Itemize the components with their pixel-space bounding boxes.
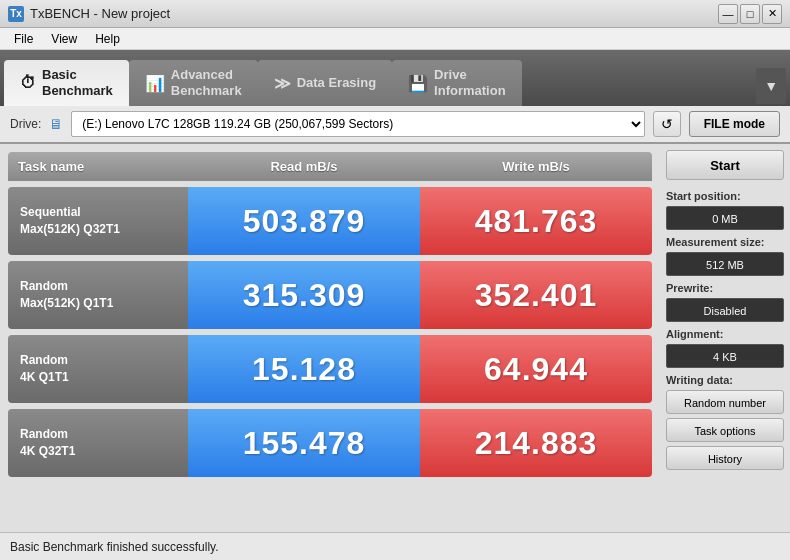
row-label-0: Sequential Max(512K) Q32T1: [8, 187, 188, 255]
file-mode-button[interactable]: FILE mode: [689, 111, 780, 137]
menu-view[interactable]: View: [43, 30, 85, 48]
refresh-icon: ↺: [661, 116, 673, 132]
prewrite-value: Disabled: [666, 298, 784, 322]
alignment-label: Alignment:: [666, 328, 784, 340]
refresh-button[interactable]: ↺: [653, 111, 681, 137]
table-row: Random Max(512K) Q1T1 315.309 352.401: [8, 261, 652, 329]
start-position-value: 0 MB: [666, 206, 784, 230]
title-bar-controls: — □ ✕: [718, 4, 782, 24]
tab-drive[interactable]: 💾 DriveInformation: [392, 60, 522, 106]
write-value-3: 214.883: [420, 409, 652, 477]
tab-advanced[interactable]: 📊 AdvancedBenchmark: [129, 60, 258, 106]
col-task: Task name: [8, 152, 188, 181]
measurement-size-label: Measurement size:: [666, 236, 784, 248]
erase-icon: ≫: [274, 74, 291, 93]
close-button[interactable]: ✕: [762, 4, 782, 24]
status-text: Basic Benchmark finished successfully.: [10, 540, 219, 554]
minimize-button[interactable]: —: [718, 4, 738, 24]
table-area: Task name Read mB/s Write mB/s Sequentia…: [0, 144, 660, 532]
prewrite-label: Prewrite:: [666, 282, 784, 294]
row-label-3: Random 4K Q32T1: [8, 409, 188, 477]
main-content: Task name Read mB/s Write mB/s Sequentia…: [0, 144, 790, 532]
read-value-3: 155.478: [188, 409, 420, 477]
menu-bar: File View Help: [0, 28, 790, 50]
drive-icon: 💾: [408, 74, 428, 93]
write-value-0: 481.763: [420, 187, 652, 255]
title-bar: Tx TxBENCH - New project — □ ✕: [0, 0, 790, 28]
title-bar-text: TxBENCH - New project: [30, 6, 712, 21]
task-options-button[interactable]: Task options: [666, 418, 784, 442]
drive-label: Drive:: [10, 117, 41, 131]
maximize-button[interactable]: □: [740, 4, 760, 24]
tab-erasing-label: Data Erasing: [297, 75, 376, 91]
alignment-value: 4 KB: [666, 344, 784, 368]
table-row: Random 4K Q32T1 155.478 214.883: [8, 409, 652, 477]
drive-type-icon: 🖥: [49, 116, 63, 132]
table-row: Random 4K Q1T1 15.128 64.944: [8, 335, 652, 403]
tab-advanced-label: AdvancedBenchmark: [171, 67, 242, 98]
row-label-1: Random Max(512K) Q1T1: [8, 261, 188, 329]
write-value-1: 352.401: [420, 261, 652, 329]
read-value-0: 503.879: [188, 187, 420, 255]
tab-drive-label: DriveInformation: [434, 67, 506, 98]
col-write: Write mB/s: [420, 152, 652, 181]
row-label-2: Random 4K Q1T1: [8, 335, 188, 403]
tab-dropdown[interactable]: ▼: [756, 68, 786, 104]
tab-basic-label: BasicBenchmark: [42, 67, 113, 98]
tab-bar: ⏱ BasicBenchmark 📊 AdvancedBenchmark ≫ D…: [0, 50, 790, 106]
read-value-1: 315.309: [188, 261, 420, 329]
writing-data-label: Writing data:: [666, 374, 784, 386]
table-row: Sequential Max(512K) Q32T1 503.879 481.7…: [8, 187, 652, 255]
table-header: Task name Read mB/s Write mB/s: [8, 152, 652, 181]
menu-file[interactable]: File: [6, 30, 41, 48]
start-position-label: Start position:: [666, 190, 784, 202]
tab-basic[interactable]: ⏱ BasicBenchmark: [4, 60, 129, 106]
timer-icon: ⏱: [20, 74, 36, 92]
start-button[interactable]: Start: [666, 150, 784, 180]
read-value-2: 15.128: [188, 335, 420, 403]
tab-erasing[interactable]: ≫ Data Erasing: [258, 60, 392, 106]
history-button[interactable]: History: [666, 446, 784, 470]
menu-help[interactable]: Help: [87, 30, 128, 48]
write-value-2: 64.944: [420, 335, 652, 403]
drive-select[interactable]: (E:) Lenovo L7C 128GB 119.24 GB (250,067…: [71, 111, 644, 137]
col-read: Read mB/s: [188, 152, 420, 181]
drive-bar: Drive: 🖥 (E:) Lenovo L7C 128GB 119.24 GB…: [0, 106, 790, 144]
writing-data-button[interactable]: Random number: [666, 390, 784, 414]
chart-icon: 📊: [145, 74, 165, 93]
measurement-size-value: 512 MB: [666, 252, 784, 276]
app-icon: Tx: [8, 6, 24, 22]
status-bar: Basic Benchmark finished successfully.: [0, 532, 790, 560]
sidebar: Start Start position: 0 MB Measurement s…: [660, 144, 790, 532]
